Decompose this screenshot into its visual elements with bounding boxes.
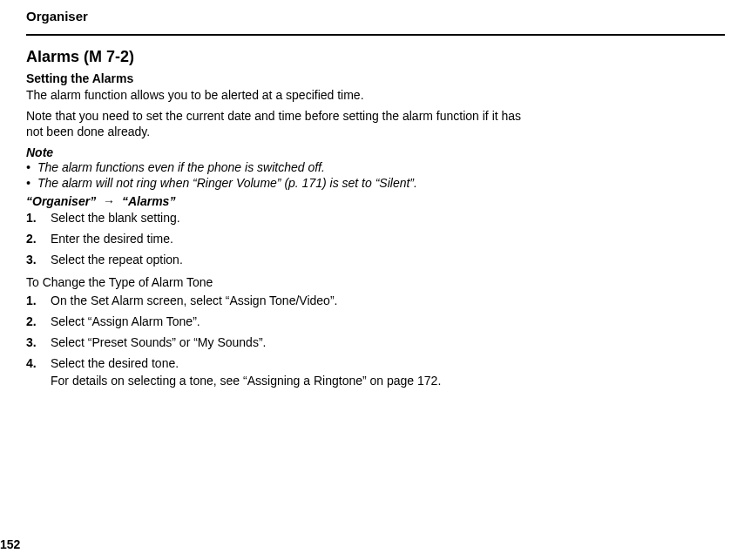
step-item: Enter the desired time. — [26, 231, 725, 246]
intro-text: The alarm function allows you to be aler… — [26, 87, 531, 103]
step-item: On the Set Alarm screen, select “Assign … — [26, 293, 725, 308]
page-header: Organiser — [26, 9, 725, 24]
note-item: The alarm will not ring when “Ringer Vol… — [26, 175, 725, 191]
step-item: Select the blank setting. — [26, 210, 725, 226]
step-item: Select the desired tone. For details on … — [26, 355, 725, 388]
note-pre-text: Note that you need to set the current da… — [26, 108, 531, 139]
change-tone-heading: To Change the Type of Alarm Tone — [26, 275, 725, 289]
step-item: Select the repeat option. — [26, 252, 725, 267]
menu-code: (M 7-2) — [84, 48, 134, 65]
step-text: Select the desired tone. — [51, 356, 179, 370]
navigation-path: “Organiser” → “Alarms” — [26, 194, 725, 208]
steps-list-2: On the Set Alarm screen, select “Assign … — [26, 293, 725, 389]
note-label: Note — [26, 145, 725, 159]
page-number: 152 — [0, 537, 20, 551]
step-detail: For details on selecting a tone, see “As… — [51, 373, 725, 388]
step-item: Select “Preset Sounds” or “My Sounds”. — [26, 334, 725, 350]
steps-list-1: Select the blank setting. Enter the desi… — [26, 210, 725, 268]
note-item: The alarm functions even if the phone is… — [26, 159, 725, 175]
section-title: Alarms (M 7-2) — [26, 48, 725, 66]
path-part1: “Organiser” — [26, 194, 96, 208]
section-title-text: Alarms — [26, 48, 79, 65]
subsection-title: Setting the Alarms — [26, 71, 725, 85]
step-item: Select “Assign Alarm Tone”. — [26, 314, 725, 329]
arrow-icon: → — [103, 194, 115, 208]
note-list: The alarm functions even if the phone is… — [26, 159, 725, 191]
path-part2: “Alarms” — [122, 194, 175, 208]
divider — [26, 34, 725, 36]
